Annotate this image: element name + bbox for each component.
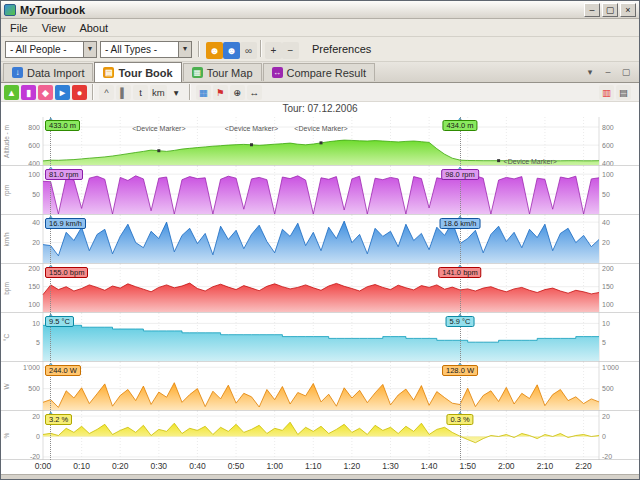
menubar: FileViewAbout <box>1 19 639 37</box>
tab-label: Data Import <box>27 67 84 79</box>
minimize-button[interactable]: – <box>584 3 600 17</box>
minimize-view-icon[interactable]: – <box>601 65 615 79</box>
axis-unit-label: Altitude - m <box>3 125 10 158</box>
y-tick-label: 10 <box>32 320 40 327</box>
device-marker-icon[interactable] <box>497 159 500 162</box>
x-axis-label: 1:40 <box>421 461 438 471</box>
device-marker-icon[interactable] <box>320 141 323 144</box>
preferences-button[interactable]: Preferences <box>304 40 379 58</box>
x-axis-distance-icon[interactable]: km <box>150 85 167 100</box>
tour-chart[interactable]: Tour: 07.12.2006 400400600600800800Altit… <box>1 102 639 474</box>
filter-people-icon[interactable]: ☻ <box>223 42 240 59</box>
device-marker-label: <Device Marker> <box>504 158 557 165</box>
y-tick-label: 150 <box>602 283 614 290</box>
people-filter-combo[interactable]: - All People - ▾ <box>5 41 97 58</box>
tour-marker-icon[interactable]: ⚑ <box>213 85 228 100</box>
axis-unit-label: rpm <box>3 185 11 196</box>
axis-unit-label: km/h <box>3 232 10 246</box>
y-tick-label: 100 <box>602 301 614 308</box>
chart-pane-cadence[interactable]: 5050100100rpm81.0 rpm98.0 rpm <box>1 166 639 215</box>
filter-person-icon[interactable]: ☻ <box>206 42 223 59</box>
chevron-down-icon[interactable]: ▾ <box>169 85 184 100</box>
data-import-icon: ↓ <box>12 67 23 78</box>
graph-pace-icon[interactable]: ◆ <box>38 85 53 100</box>
chart-pane-altitude[interactable]: 400400600600800800Altitude - m<Device Ma… <box>1 117 639 166</box>
y-tick-label: 1'000 <box>602 364 619 371</box>
app-window: MyTourbook –▢× FileViewAbout - All Peopl… <box>0 0 640 480</box>
menu-view[interactable]: View <box>35 21 73 35</box>
y-tick-label: 100 <box>28 301 40 308</box>
graph-speed-icon[interactable]: ► <box>55 85 70 100</box>
left-slider-value-cadence: 81.0 rpm <box>45 169 83 180</box>
titlebar[interactable]: MyTourbook –▢× <box>1 1 639 19</box>
expand-all-icon[interactable]: + <box>265 42 282 59</box>
right-slider-value-gradient: 0.3 % <box>446 414 473 425</box>
chart-panes: 400400600600800800Altitude - m<Device Ma… <box>1 117 639 460</box>
view-menu-icon[interactable]: ▾ <box>583 65 597 79</box>
chevron-down-icon[interactable]: ▾ <box>178 42 191 57</box>
maximize-view-icon[interactable]: ▢ <box>619 65 633 79</box>
device-marker-icon[interactable] <box>157 149 160 152</box>
y-tick-label: 600 <box>28 142 40 149</box>
y-tick-label: 800 <box>28 124 40 131</box>
chart-pane-power[interactable]: 5005001'0001'000W244.0 W128.0 W <box>1 362 639 411</box>
menu-file[interactable]: File <box>3 21 35 35</box>
tour-segments-icon[interactable]: ▦ <box>196 85 211 100</box>
y-tick-label: 100 <box>602 171 614 178</box>
chart-pane-speed[interactable]: 20204040km/h16.9 km/h18.6 km/h <box>1 215 639 264</box>
main-toolbar: - All People - ▾ - All Types - ▾ ☻☻∞+− P… <box>1 37 639 62</box>
right-slider-value-temperature: 5.9 °C <box>446 316 475 327</box>
x-axis-label: 2:10 <box>537 461 554 471</box>
right-slider-value-pulse: 141.0 bpm <box>438 267 481 278</box>
right-slider-value-speed: 18.6 km/h <box>440 218 481 229</box>
tab-label: Tour Book <box>118 67 172 79</box>
y-tick-label: 0 <box>602 433 606 440</box>
close-button[interactable]: × <box>620 3 636 17</box>
x-axis-label: 2:20 <box>575 461 592 471</box>
y-tick-label: 200 <box>602 265 614 272</box>
view-tabbar: ↓Data Import▤Tour Book▦Tour Map↔Compare … <box>1 62 639 83</box>
device-marker-icon[interactable] <box>250 143 253 146</box>
y-tick-label: 500 <box>602 385 614 392</box>
graph-altitude-icon[interactable]: ▲ <box>4 85 19 100</box>
left-slider-value-altitude: 433.0 m <box>45 120 80 131</box>
y-tick-label: 5 <box>36 339 40 346</box>
toolbar-separator <box>92 84 94 100</box>
collapse-all-icon[interactable]: − <box>282 42 299 59</box>
axis-unit-label: °C <box>3 334 10 342</box>
tour-type-filter-combo[interactable]: - All Types - ▾ <box>100 41 192 58</box>
line-chart-icon[interactable]: ^ <box>99 85 114 100</box>
x-axis-label: 0:40 <box>189 461 206 471</box>
chevron-down-icon[interactable]: ▾ <box>83 42 96 57</box>
graph-cadence-icon[interactable]: ▮ <box>21 85 36 100</box>
app-icon <box>4 4 16 16</box>
y-tick-label: 500 <box>28 385 40 392</box>
graph-pulse-icon[interactable]: ● <box>72 85 87 100</box>
x-axis-time-icon[interactable]: t <box>133 85 148 100</box>
tab-data-import[interactable]: ↓Data Import <box>3 63 93 81</box>
device-marker-label: <Device Marker> <box>225 125 278 132</box>
device-marker-label: <Device Marker> <box>294 125 347 132</box>
y-tick-label: 50 <box>32 191 40 198</box>
tab-tour-map[interactable]: ▦Tour Map <box>183 63 262 81</box>
chart-pane-pulse[interactable]: 100100150150200200bpm155.0 bpm141.0 bpm <box>1 264 639 313</box>
zoom-in-icon[interactable]: ⊕ <box>230 85 245 100</box>
y-tick-label: 20 <box>32 413 40 420</box>
tab-tour-book[interactable]: ▤Tour Book <box>94 62 181 82</box>
bar-chart-icon[interactable]: ▌ <box>116 85 131 100</box>
menu-about[interactable]: About <box>72 21 115 35</box>
link-tour-icon[interactable]: ∞ <box>240 42 257 59</box>
hr-zones-icon[interactable]: ▥ <box>599 85 614 100</box>
chart-pane-gradient[interactable]: 202000-20-20%3.2 %0.3 % <box>1 411 639 460</box>
tab-compare-result[interactable]: ↔Compare Result <box>263 63 375 81</box>
fit-graph-icon[interactable]: ↔ <box>247 85 262 100</box>
x-axis-label: 1:20 <box>344 461 361 471</box>
maximize-button[interactable]: ▢ <box>602 3 618 17</box>
view-tabs: ↓Data Import▤Tour Book▦Tour Map↔Compare … <box>3 61 376 82</box>
toolbar-separator <box>189 84 191 100</box>
toolbar-icons: ☻☻∞+− <box>206 40 299 59</box>
chart-options-icon[interactable]: ▤ <box>616 85 631 100</box>
chart-pane-temperature[interactable]: 551010°C9.5 °C5.9 °C <box>1 313 639 362</box>
y-tick-label: 1'000 <box>23 364 40 371</box>
axis-unit-label: W <box>3 383 10 390</box>
